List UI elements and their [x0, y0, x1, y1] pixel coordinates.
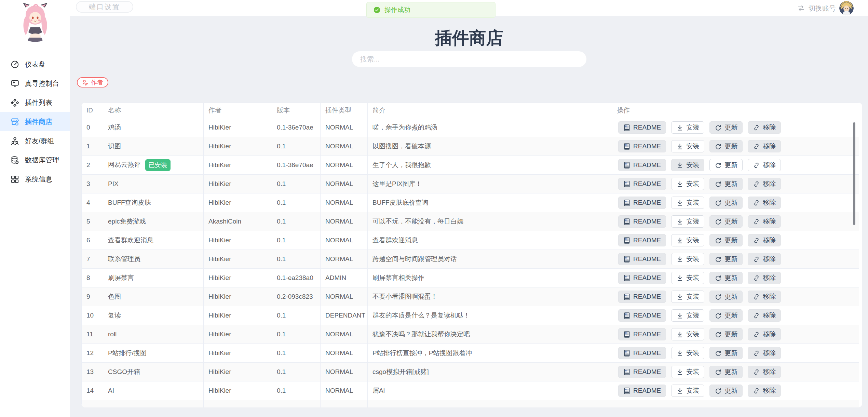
sidebar-item-5[interactable]: 数据库管理	[0, 150, 70, 170]
cell-type: NORMAL	[321, 250, 368, 269]
install-button[interactable]: 安装	[671, 309, 704, 322]
update-button[interactable]: 更新	[709, 328, 743, 340]
remove-button[interactable]: 移除	[748, 197, 781, 209]
table-body: 0鸡汤HibiKier0.1-36e70aeNORMAL喏，亲手为你煮的鸡汤RE…	[82, 118, 859, 408]
download-icon	[676, 256, 683, 263]
remove-button[interactable]: 移除	[748, 140, 781, 152]
install-button[interactable]: 安装	[671, 272, 704, 284]
readme-button[interactable]: README	[618, 291, 666, 303]
update-button[interactable]: 更新	[709, 309, 743, 322]
readme-button[interactable]: README	[618, 366, 666, 378]
update-button[interactable]: 更新	[709, 385, 743, 397]
remove-button[interactable]: 移除	[748, 215, 781, 228]
readme-button[interactable]: README	[618, 328, 666, 340]
author-filter-button[interactable]: 作者	[77, 77, 108, 88]
install-button[interactable]: 安装	[671, 253, 704, 265]
update-button[interactable]: 更新	[709, 347, 743, 359]
cell-description: 不要小看涩图啊混蛋！	[368, 287, 612, 306]
install-button[interactable]: 安装	[671, 291, 704, 303]
update-button[interactable]: 更新	[709, 215, 743, 228]
update-button[interactable]: 更新	[709, 121, 743, 134]
table-row: 6查看群欢迎消息HibiKier0.1NORMAL查看群欢迎消息README安装…	[82, 231, 859, 250]
install-button[interactable]: 安装	[671, 215, 704, 228]
remove-button[interactable]: 移除	[748, 159, 781, 171]
table-row: 8刷屏禁言HibiKier0.1-ea238a0ADMIN刷屏禁言相关操作REA…	[82, 269, 859, 287]
sidebar-item-1[interactable]: 真寻控制台	[0, 74, 70, 93]
update-button[interactable]: 更新	[709, 159, 743, 171]
cell-type: NORMAL	[321, 381, 368, 400]
sidebar-item-0[interactable]: 仪表盘	[0, 55, 70, 74]
remove-button[interactable]: 移除	[748, 366, 781, 378]
unlink-icon	[753, 124, 760, 131]
readme-button[interactable]: README	[618, 234, 666, 246]
cell-id: 9	[82, 287, 101, 306]
sidebar-nav: 仪表盘真寻控制台插件列表插件商店好友/群组数据库管理系统信息	[0, 55, 70, 189]
remove-button[interactable]: 移除	[748, 272, 781, 284]
readme-button[interactable]: README	[618, 385, 666, 397]
update-button[interactable]: 更新	[709, 197, 743, 209]
remove-button[interactable]: 移除	[748, 253, 781, 265]
update-button[interactable]: 更新	[709, 140, 743, 152]
update-button[interactable]: 更新	[709, 178, 743, 190]
sidebar-item-6[interactable]: 系统信息	[0, 170, 70, 189]
readme-button[interactable]: README	[618, 197, 666, 209]
install-button[interactable]: 安装	[671, 178, 704, 190]
readme-button[interactable]: README	[618, 121, 666, 134]
table-row: 13CSGO开箱HibiKier0.1NORMALcsgo模拟开箱[戒赌]REA…	[82, 363, 859, 381]
install-button[interactable]: 安装	[671, 385, 704, 397]
remove-button[interactable]: 移除	[748, 291, 781, 303]
port-settings-button[interactable]: 端口设置	[76, 1, 133, 13]
install-button[interactable]: 安装	[671, 121, 704, 134]
remove-button[interactable]: 移除	[748, 347, 781, 359]
remove-button[interactable]: 移除	[748, 234, 781, 246]
cell-author: AkashiCoin	[204, 212, 272, 231]
table-row: 3PIXHibiKier0.1NORMAL这里是PIX图库！README安装更新…	[82, 175, 859, 193]
plugin-name: 识图	[108, 143, 121, 150]
cell-actions: README安装更新移除	[612, 306, 859, 325]
table-scrollbar[interactable]	[853, 122, 855, 225]
refresh-icon	[715, 331, 722, 338]
refresh-icon	[715, 293, 722, 300]
update-button[interactable]: 更新	[709, 234, 743, 246]
readme-button[interactable]: README	[618, 309, 666, 322]
remove-button[interactable]: 移除	[748, 309, 781, 322]
sidebar-item-3[interactable]: 插件商店	[0, 112, 70, 131]
update-button[interactable]: 更新	[709, 272, 743, 284]
install-button[interactable]: 安装	[671, 234, 704, 246]
install-button[interactable]: 安装	[671, 197, 704, 209]
readme-button[interactable]: README	[618, 272, 666, 284]
readme-icon	[623, 162, 630, 169]
remove-button[interactable]: 移除	[748, 328, 781, 340]
user-avatar[interactable]	[839, 1, 854, 15]
sidebar-item-2[interactable]: 插件列表	[0, 93, 70, 112]
column-header: 名称	[101, 103, 204, 118]
switch-account-button[interactable]: 切换账号	[797, 1, 854, 16]
readme-button[interactable]: README	[618, 215, 666, 228]
sidebar-item-4[interactable]: 好友/群组	[0, 131, 70, 150]
readme-button[interactable]: README	[618, 178, 666, 190]
install-button[interactable]: 安装	[671, 328, 704, 340]
readme-button[interactable]: README	[618, 253, 666, 265]
readme-icon	[623, 199, 630, 206]
update-button[interactable]: 更新	[709, 366, 743, 378]
cell-name: epic免费游戏	[101, 212, 204, 231]
install-button[interactable]: 安装	[671, 159, 704, 171]
search-input[interactable]	[352, 51, 587, 67]
cell-type: ADMIN	[321, 269, 368, 287]
readme-button[interactable]: README	[618, 347, 666, 359]
update-button[interactable]: 更新	[709, 253, 743, 265]
install-button[interactable]: 安装	[671, 140, 704, 152]
readme-button[interactable]: README	[618, 159, 666, 171]
cell-description: BUFF皮肤底价查询	[368, 193, 612, 212]
plugin-table: ID名称作者版本插件类型简介操作 0鸡汤HibiKier0.1-36e70aeN…	[81, 103, 859, 407]
success-check-icon	[374, 6, 380, 13]
install-button[interactable]: 安装	[671, 366, 704, 378]
install-button[interactable]: 安装	[671, 347, 704, 359]
cell-name: 鸡汤	[101, 118, 204, 137]
remove-button[interactable]: 移除	[748, 121, 781, 134]
remove-button[interactable]: 移除	[748, 178, 781, 190]
remove-button[interactable]: 移除	[748, 385, 781, 397]
cell-id: 14	[82, 381, 101, 400]
readme-button[interactable]: README	[618, 140, 666, 152]
update-button[interactable]: 更新	[709, 291, 743, 303]
